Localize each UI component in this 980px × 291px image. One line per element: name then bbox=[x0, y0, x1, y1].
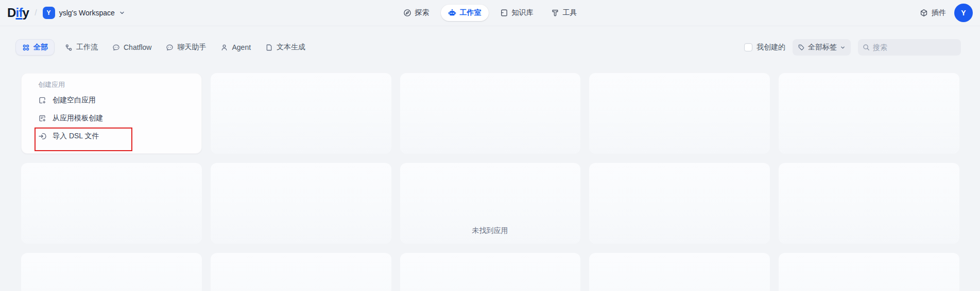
robot-icon bbox=[448, 9, 456, 17]
nav-label: 工具 bbox=[563, 8, 577, 17]
file-template-icon bbox=[38, 114, 46, 122]
top-header: Dify / Y yslg's Workspace 探索 工作室 知识库 工具 … bbox=[0, 0, 980, 26]
filter-toolbar: 全部 工作流 Chatflow 聊天助手 Agent 文本生成 我创建的 bbox=[15, 39, 961, 56]
tab-workflow[interactable]: 工作流 bbox=[61, 39, 102, 56]
placeholder-card bbox=[400, 253, 581, 291]
header-left: Dify / Y yslg's Workspace bbox=[0, 6, 125, 20]
tab-label: 聊天助手 bbox=[177, 43, 206, 52]
create-app-card: 创建应用 创建空白应用 从应用模板创建 导入 DSL 文件 bbox=[21, 73, 202, 154]
workspace-avatar: Y bbox=[43, 7, 55, 19]
nav-item-explore[interactable]: 探索 bbox=[397, 5, 436, 21]
tab-label: Agent bbox=[232, 43, 251, 51]
empty-state-message: 未找到应用 bbox=[0, 226, 980, 235]
main-nav: 探索 工作室 知识库 工具 bbox=[397, 5, 583, 21]
document-icon bbox=[265, 44, 273, 51]
placeholder-card bbox=[21, 253, 202, 291]
plugins-button[interactable]: 插件 bbox=[920, 8, 946, 17]
tab-chat-assistant[interactable]: 聊天助手 bbox=[162, 39, 210, 56]
placeholder-card bbox=[589, 73, 770, 154]
agent-icon bbox=[220, 44, 228, 51]
chat-bubble-icon bbox=[112, 44, 120, 51]
filter-controls: 我创建的 全部标签 bbox=[744, 39, 961, 56]
dify-logo[interactable]: Dify bbox=[7, 6, 29, 20]
file-plus-icon bbox=[38, 96, 46, 104]
nav-label: 工作室 bbox=[460, 8, 482, 17]
nav-label: 探索 bbox=[415, 8, 429, 17]
plugins-label: 插件 bbox=[932, 8, 946, 17]
search-icon bbox=[863, 44, 870, 51]
create-from-template-button[interactable]: 从应用模板创建 bbox=[22, 109, 201, 127]
placeholder-card bbox=[211, 253, 391, 291]
workspace-selector[interactable]: Y yslg's Workspace bbox=[43, 7, 125, 19]
logo-part-1: D bbox=[7, 6, 16, 20]
chevron-down-icon bbox=[840, 45, 846, 50]
user-avatar[interactable]: Y bbox=[954, 4, 973, 22]
breadcrumb-separator: / bbox=[35, 8, 37, 17]
tab-label: 全部 bbox=[33, 43, 48, 52]
created-by-me-checkbox[interactable] bbox=[744, 43, 752, 51]
import-dsl-button[interactable]: 导入 DSL 文件 bbox=[22, 127, 201, 145]
placeholder-card bbox=[779, 73, 959, 154]
tab-agent[interactable]: Agent bbox=[216, 39, 255, 56]
tag-filter-label: 全部标签 bbox=[808, 43, 837, 52]
app-type-tabs: 全部 工作流 Chatflow 聊天助手 Agent 文本生成 bbox=[15, 39, 310, 56]
placeholder-card bbox=[589, 253, 770, 291]
logo-part-2: if bbox=[16, 6, 23, 20]
compass-icon bbox=[403, 9, 411, 17]
header-right: 插件 Y bbox=[920, 4, 980, 22]
apps-grid: 创建应用 创建空白应用 从应用模板创建 导入 DSL 文件 bbox=[21, 73, 959, 291]
create-item-label: 创建空白应用 bbox=[53, 96, 96, 105]
search-input[interactable] bbox=[873, 43, 956, 51]
logo-part-3: y bbox=[23, 6, 29, 20]
workflow-icon bbox=[65, 44, 73, 51]
plugin-cube-icon bbox=[920, 9, 928, 17]
tag-icon bbox=[798, 44, 805, 51]
chat-bubble-icon bbox=[166, 44, 174, 51]
search-box bbox=[858, 39, 961, 56]
create-app-title: 创建应用 bbox=[38, 80, 201, 89]
tag-filter-dropdown[interactable]: 全部标签 bbox=[793, 39, 851, 56]
tools-icon bbox=[551, 9, 559, 17]
created-by-me-label: 我创建的 bbox=[757, 43, 785, 52]
import-icon bbox=[38, 132, 46, 140]
tab-text-generation[interactable]: 文本生成 bbox=[261, 39, 310, 56]
nav-item-tools[interactable]: 工具 bbox=[545, 5, 583, 21]
create-blank-app-button[interactable]: 创建空白应用 bbox=[22, 91, 201, 109]
placeholder-card bbox=[211, 73, 391, 154]
tab-label: 文本生成 bbox=[277, 43, 305, 52]
placeholder-card bbox=[779, 253, 959, 291]
nav-item-knowledge[interactable]: 知识库 bbox=[494, 5, 540, 21]
tab-all[interactable]: 全部 bbox=[15, 39, 55, 56]
nav-item-studio[interactable]: 工作室 bbox=[441, 5, 489, 21]
create-item-label: 导入 DSL 文件 bbox=[53, 132, 99, 141]
workspace-name: yslg's Workspace bbox=[59, 9, 115, 17]
chevron-down-icon bbox=[119, 10, 125, 16]
create-item-label: 从应用模板创建 bbox=[53, 114, 103, 123]
grid-icon bbox=[22, 44, 30, 51]
tab-chatflow[interactable]: Chatflow bbox=[108, 39, 156, 56]
tab-label: 工作流 bbox=[76, 43, 98, 52]
placeholder-card bbox=[400, 73, 581, 154]
nav-label: 知识库 bbox=[512, 8, 534, 17]
book-icon bbox=[500, 9, 508, 17]
created-by-me-toggle[interactable]: 我创建的 bbox=[744, 43, 785, 52]
tab-label: Chatflow bbox=[124, 43, 151, 51]
